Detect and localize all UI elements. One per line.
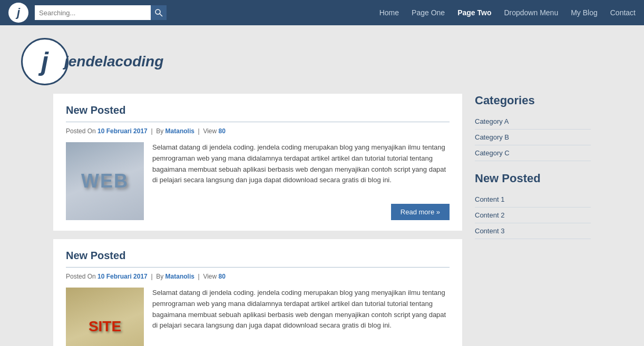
post-title-1: New Posted <box>66 104 450 122</box>
category-item-b[interactable]: Category B <box>475 130 591 145</box>
post-body-1: WEB Selamat datang di jendela coding. je… <box>66 142 450 220</box>
meta-posted-on-2: Posted On <box>66 273 96 280</box>
post-body-2: SITE Selamat datang di jendela coding. j… <box>66 288 450 346</box>
new-posted-title: New Posted <box>475 172 591 185</box>
post-card-1: New Posted Posted On 10 Februari 2017 | … <box>53 94 462 231</box>
meta-view-label-2: View <box>203 273 217 280</box>
meta-author-2: Matanolis <box>165 273 194 280</box>
nav-page-one[interactable]: Page One <box>412 8 445 17</box>
categories-title: Categories <box>475 94 591 107</box>
category-item-c[interactable]: Category C <box>475 145 591 161</box>
post-meta-1: Posted On 10 Februari 2017 | By Matanoli… <box>66 127 450 135</box>
category-link-a[interactable]: Category A <box>475 117 509 125</box>
new-posted-link-1[interactable]: Content 1 <box>475 195 504 203</box>
post-image-2: SITE <box>66 288 144 346</box>
post-image-1: WEB <box>66 142 144 220</box>
top-navigation: j Home Page One Page Two Dropdown Menu M… <box>0 0 644 25</box>
new-posted-link-2[interactable]: Content 2 <box>475 211 504 219</box>
content-area: New Posted Posted On 10 Februari 2017 | … <box>53 94 462 346</box>
svg-point-0 <box>155 9 160 14</box>
post-excerpt-2: Selamat datang di jendela coding. jendel… <box>152 288 450 344</box>
meta-by-2: By <box>156 273 163 280</box>
category-link-b[interactable]: Category B <box>475 133 509 141</box>
nav-contact[interactable]: Contact <box>610 8 636 17</box>
search-bar <box>35 5 167 20</box>
svg-line-1 <box>160 14 162 16</box>
new-posted-item-1[interactable]: Content 1 <box>475 192 591 207</box>
meta-views-1: 80 <box>219 127 226 135</box>
post-image-text-1: WEB <box>81 170 129 192</box>
meta-posted-on-1: Posted On <box>66 127 96 135</box>
post-card-2: New Posted Posted On 10 Februari 2017 | … <box>53 239 462 346</box>
nav-logo-letter: j <box>17 6 20 19</box>
new-posted-item-2[interactable]: Content 2 <box>475 207 591 223</box>
meta-author-1: Matanolis <box>165 127 194 135</box>
new-posted-link-3[interactable]: Content 3 <box>475 227 504 235</box>
nav-logo: j <box>8 3 28 23</box>
nav-links: Home Page One Page Two Dropdown Menu My … <box>379 8 636 17</box>
search-button[interactable] <box>151 5 167 20</box>
post-title-2: New Posted <box>66 250 450 268</box>
site-header: j jendelacoding <box>0 25 644 94</box>
meta-view-label-1: View <box>203 127 217 135</box>
nav-my-blog[interactable]: My Blog <box>571 8 598 17</box>
site-logo: j <box>21 38 69 85</box>
nav-dropdown-menu[interactable]: Dropdown Menu <box>504 8 558 17</box>
category-link-c[interactable]: Category C <box>475 149 510 157</box>
new-posted-item-3[interactable]: Content 3 <box>475 223 591 239</box>
sidebar: Categories Category A Category B Categor… <box>475 94 591 346</box>
meta-by-1: By <box>156 127 163 135</box>
meta-views-2: 80 <box>219 273 226 280</box>
post-text-1: Selamat datang di jendela coding. jendel… <box>152 142 450 220</box>
search-icon <box>154 8 163 17</box>
nav-page-two[interactable]: Page Two <box>457 8 491 17</box>
main-container: New Posted Posted On 10 Februari 2017 | … <box>43 94 601 346</box>
meta-date-1: 10 Februari 2017 <box>97 127 148 135</box>
category-item-a[interactable]: Category A <box>475 114 591 130</box>
post-excerpt-1: Selamat datang di jendela coding. jendel… <box>152 142 450 199</box>
site-name: jendelacoding <box>64 53 163 70</box>
nav-home[interactable]: Home <box>379 8 399 17</box>
new-posted-list: Content 1 Content 2 Content 3 <box>475 192 591 239</box>
search-input[interactable] <box>35 5 151 20</box>
read-more-button-1[interactable]: Read more » <box>391 204 450 220</box>
sidebar-categories: Categories Category A Category B Categor… <box>475 94 591 161</box>
sidebar-new-posted: New Posted Content 1 Content 2 Content 3 <box>475 172 591 239</box>
categories-list: Category A Category B Category C <box>475 114 591 161</box>
meta-date-2: 10 Februari 2017 <box>97 273 148 280</box>
post-text-2: Selamat datang di jendela coding. jendel… <box>152 288 450 346</box>
site-logo-letter: j <box>41 46 48 77</box>
post-image-text-2: SITE <box>89 318 121 335</box>
post-meta-2: Posted On 10 Februari 2017 | By Matanoli… <box>66 273 450 280</box>
